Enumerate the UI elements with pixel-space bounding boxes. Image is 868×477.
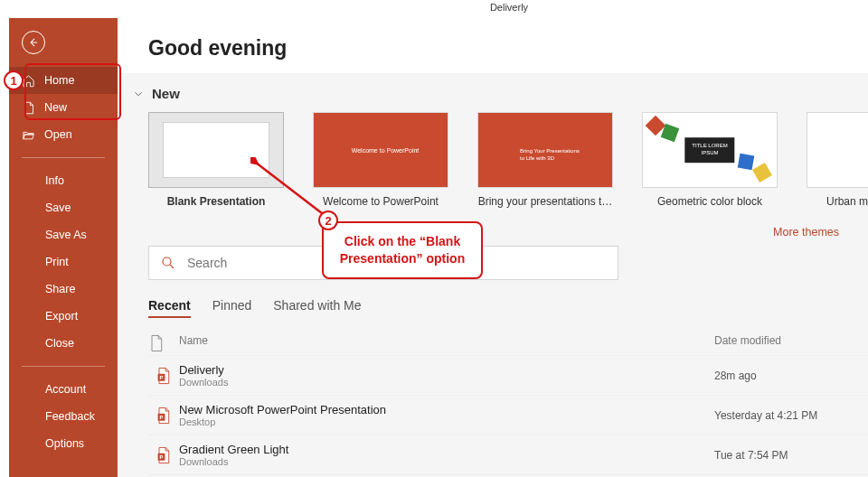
more-themes-link[interactable]: More themes <box>118 226 839 238</box>
sidebar-item-label: New <box>44 101 67 114</box>
sidebar-item-close[interactable]: Close <box>9 330 118 357</box>
file-icon <box>148 334 165 352</box>
template-geometric[interactable]: TITLE LOREMIPSUM Geometric color block <box>642 112 778 208</box>
thumb-text: Welcome to PowerPoint <box>352 147 420 154</box>
page-title: Good evening <box>148 36 868 61</box>
sidebar-item-options[interactable]: Options <box>9 430 118 457</box>
sidebar-item-account[interactable]: Account <box>9 376 118 403</box>
powerpoint-file-icon: P <box>156 446 172 464</box>
home-icon <box>22 74 35 88</box>
sidebar-item-save[interactable]: Save <box>9 194 118 221</box>
file-date: Yesterday at 4:21 PM <box>714 409 868 422</box>
powerpoint-file-icon: P <box>156 407 172 425</box>
file-name: New Microsoft PowerPoint Presentation <box>179 403 714 416</box>
sidebar-item-print[interactable]: Print <box>9 248 118 276</box>
chevron-down-icon[interactable] <box>132 88 145 100</box>
sidebar-item-share[interactable]: Share <box>9 276 118 303</box>
template-caption: Bring your presentations t… <box>477 195 613 208</box>
template-caption: Blank Presentation <box>148 195 284 208</box>
tab-pinned[interactable]: Pinned <box>212 298 252 318</box>
template-blank-presentation[interactable]: Blank Presentation <box>148 112 284 208</box>
thumb-text: Bring Your Presentations <box>520 148 580 154</box>
sidebar-item-home[interactable]: Home <box>9 67 118 94</box>
sidebar-divider <box>22 157 105 158</box>
svg-text:P: P <box>160 454 164 459</box>
file-row[interactable]: PGradient Green LightDownloadsTue at 7:5… <box>148 435 868 474</box>
main-pane: Good evening New Blank Presentation Welc… <box>118 18 868 477</box>
tab-shared[interactable]: Shared with Me <box>273 298 361 318</box>
sidebar-divider <box>22 366 105 367</box>
file-name: Gradient Green Light <box>179 443 714 456</box>
column-name: Name <box>179 334 714 355</box>
svg-text:P: P <box>160 414 164 419</box>
sidebar-item-save-as[interactable]: Save As <box>9 221 118 248</box>
thumb-text: to Life with 3D <box>520 155 554 161</box>
thumb-text: TITLE LOREM <box>692 143 727 148</box>
tab-recent[interactable]: Recent <box>148 298 191 318</box>
sidebar-item-export[interactable]: Export <box>9 303 118 330</box>
search-box[interactable] <box>148 246 618 280</box>
file-path: Downloads <box>179 377 714 388</box>
file-row[interactable]: PDeliverlyDownloads28m ago <box>148 355 868 395</box>
powerpoint-file-icon: P <box>156 367 172 385</box>
file-path: Desktop <box>179 416 714 427</box>
template-bring-3d[interactable]: Bring Your Presentationsto Life with 3D … <box>477 112 613 208</box>
sidebar-item-label: Open <box>44 128 72 141</box>
search-input[interactable] <box>187 256 618 270</box>
template-caption: Urban monochrome <box>807 195 868 208</box>
svg-text:P: P <box>160 374 164 379</box>
template-urban[interactable]: Title Lorem Ipsum SIT AMET DOLOR Urban m… <box>807 112 868 208</box>
sidebar-item-open[interactable]: Open <box>9 121 118 148</box>
folder-open-icon <box>22 128 35 142</box>
thumb-text: IPSUM <box>701 150 718 155</box>
template-gallery: Blank Presentation Welcome to PowerPoint… <box>148 112 868 208</box>
svg-point-0 <box>163 257 171 266</box>
file-date: 28m ago <box>714 369 868 382</box>
sidebar-item-new[interactable]: New <box>9 94 118 121</box>
column-date: Date modified <box>714 334 868 355</box>
sidebar-item-label: Home <box>44 74 74 87</box>
file-date: Tue at 7:54 PM <box>714 449 868 462</box>
new-section-label: New <box>152 86 180 101</box>
arrow-left-icon <box>27 36 40 49</box>
file-list-header: Name Date modified <box>148 334 868 355</box>
window-title: Deliverly <box>490 2 528 13</box>
search-icon <box>160 255 176 271</box>
file-name: Deliverly <box>179 363 714 377</box>
template-welcome[interactable]: Welcome to PowerPoint Welcome to PowerPo… <box>313 112 448 208</box>
file-path: Downloads <box>179 456 714 467</box>
back-button[interactable] <box>22 31 45 54</box>
template-caption: Geometric color block <box>642 195 778 208</box>
file-icon <box>22 101 35 115</box>
template-caption: Welcome to PowerPoint <box>313 195 448 208</box>
sidebar-item-feedback[interactable]: Feedback <box>9 403 118 430</box>
backstage-sidebar: Home New Open Info Save Save As Print Sh… <box>9 18 118 477</box>
recent-tabs: Recent Pinned Shared with Me <box>148 298 868 318</box>
file-row[interactable]: PNew Microsoft PowerPoint PresentationDe… <box>148 395 868 435</box>
sidebar-item-info[interactable]: Info <box>9 167 118 194</box>
